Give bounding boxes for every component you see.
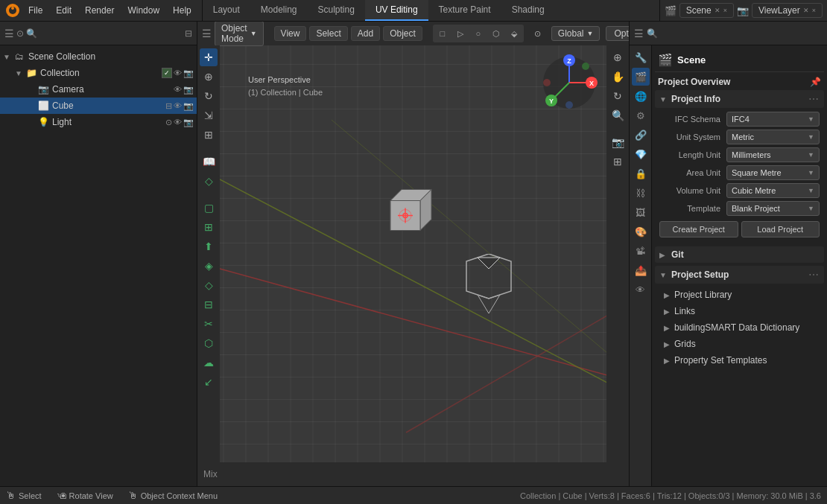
transform-tool[interactable]: ⊞ [200,126,218,144]
shrink-tool[interactable]: ↙ [200,373,218,391]
props-menu-icon[interactable]: ☰ [634,28,644,39]
camera-render-icon[interactable]: 📷 [183,85,194,95]
tree-scene-collection[interactable]: ▼ 🗂 Scene Collection [0,48,197,65]
filter-icon[interactable]: ⊙ [16,28,24,39]
smooth-tool[interactable]: ☁ [200,354,218,371]
snap-icon-3[interactable]: ○ [470,26,487,41]
section-project-setup-header[interactable]: ▼ Project Setup ⋯ [655,266,824,284]
tab-shading[interactable]: Shading [501,0,555,21]
props-tab-data[interactable]: 🖼 [632,203,650,221]
collection-checkbox[interactable] [162,68,172,78]
snap-icon-2[interactable]: ▷ [452,26,469,41]
options-button[interactable]: Options ▼ [606,26,630,41]
unit-system-dropdown[interactable]: Metric ▼ [726,130,820,144]
cursor-tool[interactable]: ✛ [200,48,218,66]
tab-uv-editing[interactable]: UV Editing [365,0,428,21]
loop-cut-tool[interactable]: ⊟ [200,296,218,313]
props-tab-scene[interactable]: 🎬 [632,68,650,86]
knife-tool[interactable]: ✂ [200,315,218,333]
subsection-building-smart[interactable]: ▶ buildingSMART Data Dictionary [658,319,821,336]
props-tab-object[interactable]: ⚙ [632,106,650,124]
move-tool[interactable]: ⊕ [200,68,218,86]
light-camera-icon[interactable]: 📷 [183,118,194,127]
search-icon[interactable]: 🔍 [26,28,37,39]
menu-window[interactable]: Window [121,4,165,17]
scale-tool[interactable]: ⇲ [200,106,218,124]
cube-eye-icon[interactable]: 👁 [174,101,182,110]
props-tab-active-tool[interactable]: 🔧 [632,48,650,66]
template-dropdown[interactable]: Blank Project ▼ [726,201,820,216]
tab-layout[interactable]: Layout [203,0,250,21]
props-tab-particles[interactable]: 💎 [632,145,650,163]
props-tab-view[interactable]: 👁 [632,281,650,299]
mode-dropdown[interactable]: Object Mode ▼ [215,22,264,46]
extrude-tool[interactable]: ⬆ [200,237,218,255]
sidebar-grid-icon[interactable]: ⊞ [609,153,627,170]
viewport-menu-icon[interactable]: ☰ [202,28,212,39]
add-grid-tool[interactable]: ⊞ [200,218,218,236]
collection-camera-icon[interactable]: 📷 [183,68,194,78]
props-tab-physics[interactable]: 🔒 [632,165,650,182]
subsection-grids[interactable]: ▶ Grids [658,336,821,352]
volume-unit-dropdown[interactable]: Cubic Metre ▼ [726,183,820,198]
nav-gizmo[interactable]: Z X Y [539,53,599,112]
menu-help[interactable]: Help [167,4,197,17]
length-unit-dropdown[interactable]: Millimeters ▼ [726,147,820,162]
object-menu[interactable]: Object [383,26,422,41]
viewport-canvas[interactable]: Z X Y [220,45,606,462]
snap-icon-1[interactable]: □ [434,26,451,41]
load-project-button[interactable]: Load Project [741,221,820,237]
menu-file[interactable]: File [22,4,48,17]
cube-filter-icon[interactable]: ⊟ [165,101,172,111]
tree-item-camera[interactable]: 📷 Camera 👁 📷 [0,81,197,98]
props-search-icon[interactable]: 🔍 [647,28,658,39]
tab-modeling[interactable]: Modeling [250,0,308,21]
menu-edit[interactable]: Edit [50,4,77,17]
props-tab-constraints[interactable]: ⛓ [632,184,650,202]
snap-icon-5[interactable]: ⬙ [506,26,522,41]
project-overview-pin[interactable]: 📌 [810,77,821,87]
sidebar-zoom-icon[interactable]: 🔍 [609,106,627,124]
scene-selector[interactable]: Scene ✕ × [679,3,734,18]
subsection-project-library[interactable]: ▶ Project Library [658,287,821,303]
tree-item-light[interactable]: 💡 Light ⊙ 👁 📷 [0,114,197,130]
sidebar-camera-icon[interactable]: 📷 [609,133,627,151]
light-target-icon[interactable]: ⊙ [165,118,172,127]
add-cube-tool[interactable]: ▢ [200,199,218,217]
add-menu[interactable]: Add [351,26,380,41]
props-tab-output[interactable]: 📤 [632,261,650,279]
section-project-info-header[interactable]: ▼ Project Info ⋯ [655,90,824,108]
viewlayer-selector[interactable]: ViewLayer ✕ × [752,3,823,18]
create-project-button[interactable]: Create Project [659,221,738,237]
transform-dropdown[interactable]: Global ▼ [551,26,601,41]
rotate-tool[interactable]: ↻ [200,87,218,105]
props-tab-material[interactable]: 🎨 [632,223,650,240]
sidebar-rotate-icon[interactable]: ↻ [609,87,627,105]
snap-icon-4[interactable]: ⬡ [488,26,504,41]
view-menu[interactable]: View [274,26,307,41]
light-eye-icon[interactable]: 👁 [174,118,182,127]
props-tab-modifier[interactable]: 🔗 [632,126,650,144]
annotate-tool[interactable]: 📖 [200,153,218,170]
inset-tool[interactable]: ◈ [200,257,218,275]
camera-eye-icon[interactable]: 👁 [174,85,182,94]
select-menu[interactable]: Select [309,26,347,41]
sidebar-grab-icon[interactable]: ✋ [609,68,627,86]
proportional-btn[interactable]: ⊙ [534,26,541,41]
tab-sculpting[interactable]: Sculpting [308,0,365,21]
tree-item-collection[interactable]: ▼ 📁 Collection 👁 📷 [0,65,197,81]
subsection-property-set-templates[interactable]: ▶ Property Set Templates [658,352,821,369]
sidebar-move-icon[interactable]: ⊕ [609,48,627,66]
props-tab-world[interactable]: 🌐 [632,87,650,105]
collection-eye-icon[interactable]: 👁 [174,68,182,77]
props-tab-render[interactable]: 📽 [632,242,650,260]
outliner-filter-icon[interactable]: ⊟ [185,28,192,39]
subsection-links[interactable]: ▶ Links [658,303,821,319]
tree-item-cube[interactable]: ⬜ Cube ⊟ 👁 📷 [0,98,197,114]
poly-build-tool[interactable]: ⬡ [200,334,218,352]
ifc-schema-dropdown[interactable]: IFC4 ▼ [726,112,820,127]
section-git-header[interactable]: ▶ Git [655,246,824,263]
bevel-tool[interactable]: ◇ [200,276,218,294]
tab-texture-paint[interactable]: Texture Paint [428,0,501,21]
cube-camera-icon[interactable]: 📷 [183,101,194,111]
